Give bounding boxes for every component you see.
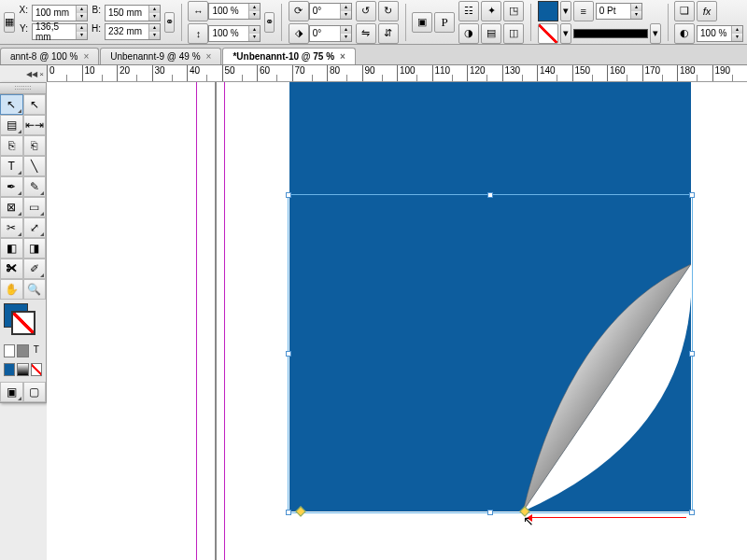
horizontal-ruler[interactable]: 0102030405060708090100110120130140150160…: [47, 65, 747, 82]
tool-panel: ◀◀ × :::::::: ↖ ↖ ▤ ⇤⇥ ⎘ ⎗ T ╲ ✒ ✎ ⊠ ▭ ✂…: [0, 82, 47, 403]
formatting-text-icon[interactable]: [17, 344, 28, 357]
annotation-arrow: [532, 517, 686, 518]
apply-color-icon[interactable]: [4, 363, 15, 376]
fill-swatch[interactable]: [538, 1, 558, 21]
blend-icon[interactable]: ◫: [503, 23, 524, 44]
collapse-icon[interactable]: ◀◀ ×: [26, 70, 44, 78]
wrap-icon[interactable]: ✦: [481, 1, 501, 21]
panel-grip[interactable]: ::::::::: [0, 83, 46, 94]
stroke-weight-input[interactable]: 0 Pt▴▾: [596, 3, 642, 20]
apply-none-icon[interactable]: [31, 363, 42, 376]
stroke-weight-icon[interactable]: ≡: [573, 1, 594, 21]
height-input[interactable]: 232 mm▴▾: [105, 23, 161, 40]
line-tool[interactable]: ╲: [23, 156, 47, 176]
selection-bounding-box: [288, 194, 693, 513]
scale-x-input[interactable]: 100 %▴▾: [208, 3, 261, 20]
cursor-icon: ↖: [523, 513, 534, 528]
scale-y-icon[interactable]: ↕: [188, 23, 208, 44]
constrain-scale-icon[interactable]: ⚭: [264, 12, 275, 33]
opacity-icon[interactable]: ◐: [674, 23, 695, 44]
close-icon[interactable]: ×: [83, 51, 89, 62]
align-icon[interactable]: ☷: [458, 1, 479, 21]
view-mode-preview[interactable]: ▢: [23, 382, 47, 402]
x-input[interactable]: 100 mm▴▾: [32, 5, 88, 21]
margin-guide: [224, 82, 225, 560]
flip-h-icon[interactable]: ⇋: [356, 23, 376, 44]
margin-guide: [196, 82, 197, 560]
reference-point-icon[interactable]: ▦: [4, 12, 15, 33]
close-icon[interactable]: ×: [206, 51, 212, 62]
rotate-input[interactable]: 0°▴▾: [309, 3, 352, 20]
x-label: X:: [19, 5, 30, 21]
y-label: Y:: [19, 23, 30, 40]
content-collector-tool[interactable]: ⎘: [0, 135, 23, 156]
shear-icon[interactable]: ⬗: [289, 23, 309, 44]
rotate-ccw-icon[interactable]: ↺: [356, 1, 376, 21]
effects-icon[interactable]: ◑: [458, 23, 479, 44]
select-container-icon[interactable]: ▣: [412, 12, 432, 33]
h-label: H:: [92, 23, 103, 40]
gradient-feather-tool[interactable]: ◨: [23, 238, 47, 259]
pen-tool[interactable]: ✒: [0, 176, 23, 197]
stroke-style[interactable]: [573, 29, 648, 38]
none-swatch-icon[interactable]: [538, 23, 558, 44]
pencil-tool[interactable]: ✎: [23, 176, 47, 197]
width-input[interactable]: 150 mm▴▾: [105, 5, 161, 21]
scale-x-icon[interactable]: ↔: [188, 1, 208, 21]
corner-icon[interactable]: ◳: [503, 1, 524, 21]
page-edge: [215, 82, 217, 560]
shear-input[interactable]: 0°▴▾: [309, 25, 352, 42]
tab-doc-3[interactable]: *Unbenannt-10 @ 75 %×: [222, 48, 356, 64]
scissors-tool[interactable]: ✂: [0, 217, 23, 238]
type-tool[interactable]: T: [0, 156, 23, 176]
zoom-tool[interactable]: 🔍: [23, 279, 47, 300]
fill-menu-icon[interactable]: ▾: [560, 1, 571, 21]
constrain-wh-icon[interactable]: ⚭: [164, 12, 175, 33]
rotate-cw-icon[interactable]: ↻: [378, 1, 399, 21]
fx-icon[interactable]: fx: [697, 1, 717, 21]
scale-y-input[interactable]: 100 %▴▾: [208, 25, 261, 42]
formatting-container-icon[interactable]: [4, 344, 15, 357]
paragraph-icon[interactable]: P: [434, 12, 455, 33]
close-icon[interactable]: ×: [340, 51, 345, 62]
canvas[interactable]: ↖: [47, 82, 747, 560]
page-tool[interactable]: ▤: [0, 115, 23, 135]
hand-tool[interactable]: ✋: [0, 279, 23, 300]
rectangle-frame-tool[interactable]: ⊠: [0, 197, 23, 217]
rotate-icon[interactable]: ⟳: [289, 1, 309, 21]
free-transform-tool[interactable]: ⤢: [23, 217, 47, 238]
direct-selection-tool[interactable]: ↖: [23, 94, 47, 115]
stroke-style-menu-icon[interactable]: ▾: [650, 23, 661, 44]
grid-icon[interactable]: ▤: [481, 23, 501, 44]
eyedropper-tool[interactable]: ✐: [23, 259, 47, 279]
tab-doc-1[interactable]: annt-8 @ 100 %×: [0, 48, 99, 64]
stroke-menu-icon[interactable]: ▾: [560, 23, 571, 44]
control-bar: ▦ X: 100 mm▴▾ Y: 136,5 mm▴▾ B: 150 mm▴▾ …: [0, 0, 747, 45]
w-label: B:: [92, 5, 103, 21]
drop-shadow-icon[interactable]: ❏: [674, 1, 695, 21]
document-tabs: annt-8 @ 100 %× Unbenannt-9 @ 49 %× *Unb…: [0, 45, 747, 65]
note-tool[interactable]: ✀: [0, 259, 23, 279]
gap-tool[interactable]: ⇤⇥: [23, 115, 47, 135]
view-mode-normal[interactable]: ▣: [0, 382, 23, 402]
apply-gradient-icon[interactable]: [17, 363, 28, 376]
gradient-swatch-tool[interactable]: ◧: [0, 238, 23, 259]
y-input[interactable]: 136,5 mm▴▾: [32, 23, 88, 40]
tab-doc-2[interactable]: Unbenannt-9 @ 49 %×: [100, 48, 221, 64]
content-placer-tool[interactable]: ⎗: [23, 135, 47, 156]
fill-stroke-swatch[interactable]: [0, 300, 46, 341]
flip-v-icon[interactable]: ⇵: [378, 23, 399, 44]
type-format-icon[interactable]: T: [31, 344, 42, 357]
selection-tool[interactable]: ↖: [0, 94, 23, 115]
rectangle-tool[interactable]: ▭: [23, 197, 47, 217]
opacity-input[interactable]: 100 %▴▾: [697, 25, 743, 42]
